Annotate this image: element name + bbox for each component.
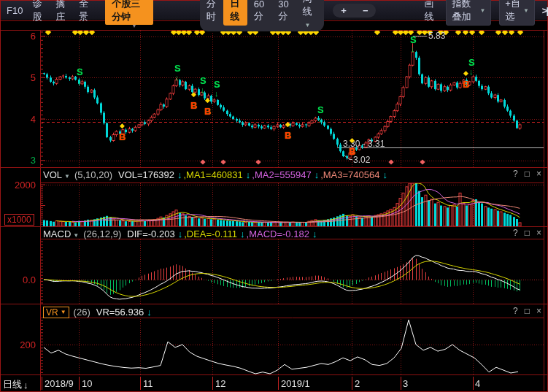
sell-marker: S [468, 58, 475, 68]
sell-marker: S [317, 105, 324, 115]
down-arrow-icon: ↓ [382, 169, 387, 180]
date-label: 10 [82, 378, 92, 389]
vr-indicator-button[interactable]: VR▼ [43, 307, 69, 318]
stock-chart-window: F10 诊股 擒庄 全景 个股三分钟 分时 日线 60分 30分 周线▼ + −… [0, 0, 548, 392]
tab-weekly[interactable]: 周线▼ [296, 0, 325, 31]
price-label-3: 3 [3, 155, 36, 166]
down-arrow-icon: ↓ [246, 169, 251, 180]
chevron-down-icon: ▼ [479, 7, 485, 14]
menu-qinzhuang[interactable]: 擒庄 [55, 0, 69, 23]
close-icon[interactable]: × [536, 306, 541, 316]
vol-panel-header: VOL▼ (5,10,20) VOL=176392 ↓ ,MA1=460831 … [43, 169, 544, 181]
vol-ma3-value: ,MA3=740564 [320, 169, 379, 180]
sell-arrow-icon: ↓ [77, 77, 82, 85]
menu-f10[interactable]: F10 [7, 5, 23, 16]
sell-marker: S [410, 35, 417, 45]
price-label-6: 6 [3, 31, 36, 42]
macd-params: (26,12,9) [83, 228, 121, 239]
buy-marker: B [463, 80, 469, 90]
help-icon[interactable]: ? [513, 228, 518, 238]
macd-value: ,MACD=-0.182 [247, 228, 309, 239]
chart-canvas[interactable] [0, 0, 548, 392]
tab-daily[interactable]: 日线 [223, 0, 247, 26]
sell-arrow-icon: ↓ [469, 68, 474, 75]
maximize-icon[interactable]: □ [525, 169, 530, 179]
index-overlay-button[interactable]: 指数叠加▼ [446, 0, 491, 26]
tab-minute[interactable]: 分时 [200, 0, 224, 26]
tab-30min[interactable]: 30分 [271, 0, 296, 25]
buy-diamond-icon: ◆ [463, 70, 468, 77]
vol-ma1-value: ,MA1=460831 [183, 169, 242, 180]
buy-diamond-icon: ◆ [350, 137, 355, 144]
sell-arrow-icon: ↓ [411, 45, 415, 53]
menu-panorama[interactable]: 全景 [79, 0, 93, 23]
vr-params: (26) [74, 307, 90, 318]
macd-zero-label: 0.0 [3, 274, 36, 285]
help-icon[interactable]: ? [513, 306, 518, 316]
buy-marker: B [204, 107, 211, 117]
add-watchlist-button[interactable]: +自选▼ [499, 0, 534, 26]
macd-indicator-button[interactable]: MACD▼ [43, 228, 79, 239]
vol-params: (5,10,20) [74, 169, 112, 180]
vr-axis-label: 200 [3, 339, 36, 350]
sell-marker: S [174, 64, 181, 74]
help-icon[interactable]: ? [513, 169, 518, 179]
chevron-down-icon: ▼ [64, 173, 70, 180]
low-price-label: 3.02 [353, 155, 370, 165]
sell-marker: S [200, 76, 207, 86]
vol-axis-max-label: 2000 [3, 180, 36, 191]
tab-60min[interactable]: 60分 [247, 0, 271, 25]
date-label: 2018/9 [45, 378, 74, 389]
macd-dif-value: DIF=-0.203 [127, 228, 174, 239]
maximize-icon[interactable]: □ [525, 228, 530, 238]
zoom-in-button[interactable]: + [333, 4, 355, 18]
sell-arrow-icon: ↓ [201, 86, 205, 93]
chevron-down-icon: ▼ [73, 232, 79, 239]
promo-button[interactable]: 个股三分钟 [105, 0, 153, 25]
down-arrow-icon: ↓ [314, 169, 320, 180]
buy-diamond-icon: ◆ [285, 121, 290, 128]
sell-marker: S [214, 80, 220, 90]
vol-unit-label: x1000 [4, 214, 34, 226]
close-icon[interactable]: × [536, 169, 541, 179]
sell-marker: S [77, 67, 83, 77]
zoom-controls: + − [333, 4, 376, 18]
draw-line-button[interactable]: 画线 [424, 0, 438, 23]
date-label: 2 [355, 378, 360, 389]
vol-value: VOL=176392 [118, 169, 174, 180]
macd-panel-header: MACD▼ (26,12,9) DIF=-0.203 ↓ ,DEA=-0.111… [43, 228, 544, 240]
zoom-out-button[interactable]: − [355, 4, 377, 18]
buy-diamond-icon: ◆ [205, 97, 210, 104]
macd-dea-value: ,DEA=-0.111 [184, 228, 237, 239]
down-arrow-icon: ↓ [177, 169, 182, 180]
date-label: 4 [475, 378, 480, 389]
close-icon[interactable]: × [536, 228, 541, 238]
menu-diagnose[interactable]: 诊股 [32, 0, 46, 23]
price-label-5: 5 [3, 72, 36, 83]
date-label: 2019/1 [281, 378, 310, 389]
date-label: 12 [215, 378, 225, 389]
price-label-4: 4 [3, 114, 36, 125]
down-arrow-icon: ↓ [147, 307, 152, 318]
collapse-panel-icon[interactable]: >| [542, 5, 547, 16]
chevron-down-icon: ▼ [305, 22, 311, 28]
date-label: 11 [143, 378, 153, 389]
peak-price-label: 5.83 [428, 31, 445, 41]
date-label: 3 [403, 378, 408, 389]
buy-marker: B [349, 147, 355, 157]
down-arrow-icon: ↓ [178, 228, 183, 239]
maximize-icon[interactable]: □ [525, 306, 530, 316]
buy-marker: B [285, 131, 291, 141]
toolbar: F10 诊股 擒庄 全景 个股三分钟 分时 日线 60分 30分 周线▼ + −… [1, 1, 547, 20]
down-arrow-icon: ↓ [312, 228, 317, 239]
down-arrow-icon: ↓ [23, 380, 28, 391]
chevron-down-icon: ▼ [61, 309, 66, 315]
vol-ma2-value: ,MA2=555947 [252, 169, 311, 180]
buy-marker: B [190, 101, 197, 111]
buy-marker: B [119, 132, 126, 142]
sell-arrow-icon: ↓ [175, 74, 180, 81]
vr-panel-header: VR▼ (26) VR=56.936 ↓ ? □ × [43, 306, 544, 318]
bottom-period-selector[interactable]: 日线↓ [3, 378, 28, 391]
vol-indicator-button[interactable]: VOL▼ [43, 169, 70, 180]
vr-value: VR=56.936 [96, 307, 144, 318]
